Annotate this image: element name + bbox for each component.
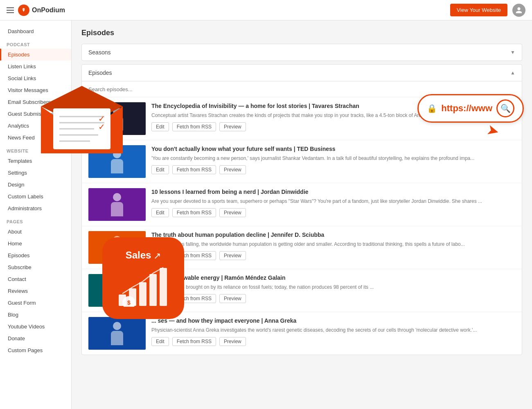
sidebar-item-settings[interactable]: Settings (0, 167, 71, 179)
sidebar-item-reviews[interactable]: Reviews (0, 285, 71, 297)
episode-thumbnail (88, 274, 146, 307)
preview-button[interactable]: Preview (219, 251, 246, 260)
edit-button[interactable]: Edit (151, 208, 169, 217)
episode-title: The truth about human population decline… (151, 231, 515, 238)
episode-description: Conceptual artist Tavares Strachan creat… (151, 112, 515, 119)
edit-button[interactable]: Edit (151, 337, 169, 346)
episode-title: You don't actually know what your future… (151, 145, 515, 153)
fetch-rss-button[interactable]: Fetch from RSS (172, 294, 216, 303)
sidebar-item-guest-submissions[interactable]: Guest Submissions (0, 108, 71, 120)
episode-info: You don't actually know what your future… (151, 145, 515, 174)
episode-description: Physician-scientist Anna Greka investiga… (151, 326, 515, 334)
episode-actions: Edit Fetch from RSS Preview (151, 294, 515, 303)
sidebar-episodes-label: Episodes (8, 52, 29, 58)
episode-description: Are you super devoted to a sports team, … (151, 198, 515, 205)
search-bar-container (82, 81, 522, 97)
hamburger-button[interactable] (7, 7, 14, 13)
episode-actions: Edit Fetch from RSS Preview (151, 337, 515, 346)
sidebar-item-news-feed[interactable]: News Feed (0, 132, 71, 144)
episode-item: ... cent renewable energy | Ramón Méndez… (82, 269, 522, 312)
fetch-rss-button[interactable]: Fetch from RSS (172, 165, 216, 174)
seasons-panel: Seasons (81, 44, 522, 61)
sidebar-item-design[interactable]: Design (0, 179, 71, 191)
view-website-button[interactable]: View Your Website (450, 4, 507, 16)
edit-button[interactable]: Edit (151, 251, 169, 260)
app-logo: 🎙 OnPodium (18, 4, 65, 16)
sidebar-item-about[interactable]: About (0, 226, 71, 238)
sidebar-item-listen-links[interactable]: Listen Links (0, 61, 71, 72)
sidebar-item-guest-form[interactable]: Guest Form (0, 297, 71, 309)
episode-item: ... ses — and how they impact everyone |… (82, 312, 522, 355)
sidebar-analytics-label: Analytics (8, 123, 29, 129)
edit-button[interactable]: Edit (151, 294, 169, 303)
sidebar-news-feed-label: News Feed (8, 135, 35, 141)
logo-icon: 🎙 (18, 4, 29, 16)
episode-item: 10 lessons I learned from being a nerd |… (82, 183, 522, 226)
sidebar-social-links-label: Social Links (8, 75, 36, 81)
nav-left: 🎙 OnPodium (7, 4, 65, 16)
preview-button[interactable]: Preview (219, 208, 246, 217)
fetch-rss-button[interactable]: Fetch from RSS (172, 337, 216, 346)
preview-button[interactable]: Preview (219, 122, 246, 131)
sidebar-dashboard-label: Dashboard (8, 28, 34, 34)
sidebar-item-contact[interactable]: Contact (0, 273, 71, 285)
episode-thumbnail (88, 317, 146, 350)
episode-thumbnail (88, 145, 146, 178)
sidebar-item-visitor-messages[interactable]: Visitor Messages (0, 84, 71, 96)
nav-right: View Your Website (450, 4, 525, 17)
episode-thumbnail (88, 188, 146, 221)
sidebar-item-episodes[interactable]: Episodes (0, 49, 71, 61)
seasons-label: Seasons (88, 49, 110, 56)
app-body: Dashboard PODCAST Episodes Listen Links … (0, 20, 532, 409)
sidebar-section-website: WEBSITE (0, 144, 71, 155)
sidebar-section-podcast: PODCAST (0, 37, 71, 49)
sidebar-visitor-messages-label: Visitor Messages (8, 87, 48, 93)
episodes-chevron-icon (510, 70, 515, 76)
episode-item: The Encyclopedia of Invisibility — a hom… (82, 97, 522, 140)
edit-button[interactable]: Edit (151, 165, 169, 174)
episode-thumbnail (88, 231, 146, 264)
episode-title: The Encyclopedia of Invisibility — a hom… (151, 102, 515, 110)
top-navigation: 🎙 OnPodium View Your Website (0, 0, 532, 20)
sidebar-item-custom-labels[interactable]: Custom Labels (0, 191, 71, 202)
episodes-panel-label: Episodes (88, 70, 112, 76)
episode-actions: Edit Fetch from RSS Preview (151, 208, 515, 217)
sidebar-item-social-links[interactable]: Social Links (0, 72, 71, 84)
preview-button[interactable]: Preview (219, 337, 246, 346)
sidebar-item-custom-pages[interactable]: Custom Pages (0, 344, 71, 356)
seasons-panel-header[interactable]: Seasons (82, 44, 522, 61)
sidebar-email-subscribers-label: Email Subscribers (8, 99, 51, 105)
sidebar-item-email-subscribers[interactable]: Email Subscribers (0, 96, 71, 108)
preview-button[interactable]: Preview (219, 165, 246, 174)
episode-info: The truth about human population decline… (151, 231, 515, 260)
sidebar-item-templates[interactable]: Templates (0, 155, 71, 167)
sidebar-item-administrators[interactable]: Administrators (0, 202, 71, 214)
sidebar-item-home[interactable]: Home (0, 238, 71, 249)
sidebar-item-dashboard[interactable]: Dashboard (0, 25, 71, 37)
user-avatar[interactable] (512, 4, 525, 17)
episodes-panel-header[interactable]: Episodes (82, 65, 522, 81)
episode-item: You don't actually know what your future… (82, 140, 522, 183)
fetch-rss-button[interactable]: Fetch from RSS (172, 122, 216, 131)
episode-info: ... cent renewable energy | Ramón Méndez… (151, 274, 515, 303)
episode-actions: Edit Fetch from RSS Preview (151, 122, 515, 131)
seasons-chevron-icon (510, 49, 515, 55)
preview-button[interactable]: Preview (219, 294, 246, 303)
sidebar-item-analytics[interactable]: Analytics (0, 120, 71, 132)
episode-actions: Edit Fetch from RSS Preview (151, 165, 515, 174)
fetch-rss-button[interactable]: Fetch from RSS (172, 208, 216, 217)
episode-title: ... ses — and how they impact everyone |… (151, 317, 515, 324)
fetch-rss-button[interactable]: Fetch from RSS (172, 251, 216, 260)
sidebar-listen-links-label: Listen Links (8, 63, 36, 70)
sidebar-item-youtube-videos[interactable]: Youtube Videos (0, 321, 71, 333)
sidebar-item-pages-episodes[interactable]: Episodes (0, 249, 71, 261)
sidebar-section-pages: PAGES (0, 214, 71, 226)
sidebar-item-blog[interactable]: Blog (0, 309, 71, 321)
sidebar-item-donate[interactable]: Donate (0, 333, 71, 344)
sidebar-item-subscribe[interactable]: Subscribe (0, 261, 71, 273)
episode-info: The Encyclopedia of Invisibility — a hom… (151, 102, 515, 131)
search-input[interactable] (88, 86, 515, 92)
episode-description: ... energy crisis brought on by its reli… (151, 283, 515, 291)
main-content: Episodes Seasons Episodes (72, 20, 532, 409)
edit-button[interactable]: Edit (151, 122, 169, 131)
